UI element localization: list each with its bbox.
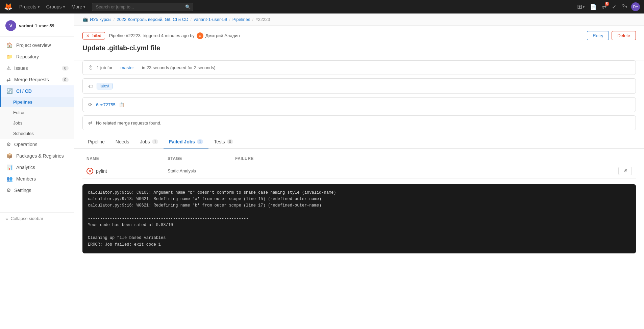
sidebar-item-merge-requests[interactable]: ⇄ Merge Requests 0 bbox=[0, 74, 74, 85]
breadcrumb: 📺 ИУ5 курсы / 2022 Контроль версий. Git.… bbox=[74, 13, 644, 26]
tests-tab-count: 0 bbox=[227, 139, 233, 144]
top-navigation: 🦊 Projects ▾ Groups ▾ More ▾ 🔍 ⊞ ▾ 📄 ⇄ 5… bbox=[0, 0, 644, 13]
pipeline-status-badge: ✕ failed bbox=[82, 32, 105, 39]
projects-menu-button[interactable]: Projects ▾ bbox=[17, 3, 42, 11]
user-avatar-small: D bbox=[197, 32, 203, 39]
gitlab-logo: 🦊 bbox=[4, 3, 13, 11]
sidebar-item-packages[interactable]: 📦 Packages & Registries bbox=[0, 150, 74, 162]
sidebar-item-editor[interactable]: Editor bbox=[0, 107, 74, 118]
job-failed-icon: ✕ bbox=[86, 168, 93, 174]
issues-count-badge: 0 bbox=[62, 66, 69, 71]
tab-jobs[interactable]: Jobs 1 bbox=[134, 136, 164, 148]
copy-icon[interactable]: 📋 bbox=[119, 102, 124, 107]
tag-icon: 🏷 bbox=[88, 83, 93, 89]
failed-jobs-section: Name Stage Failure ✕ pylint Static Analy… bbox=[74, 149, 644, 184]
branch-link[interactable]: master bbox=[121, 65, 134, 70]
tab-tests[interactable]: Tests 0 bbox=[208, 136, 239, 148]
ci-cd-icon: 🔄 bbox=[6, 88, 13, 94]
job-name-cell: ✕ pylint bbox=[86, 168, 168, 174]
clock-icon: ⏱ bbox=[88, 65, 93, 71]
sidebar-item-issues[interactable]: ⚠ Issues 0 bbox=[0, 62, 74, 74]
delete-button[interactable]: Delete bbox=[612, 31, 636, 40]
merge-request-badge: 5 bbox=[605, 2, 610, 6]
section-divider bbox=[82, 259, 636, 259]
retry-button[interactable]: Retry bbox=[587, 31, 609, 40]
pipeline-header: ✕ failed Pipeline #22223 triggered 4 min… bbox=[74, 26, 644, 60]
job-info-card: ⏱ 1 job for master in 23 seconds (queued… bbox=[82, 60, 636, 75]
merge-request-icon: ⇄ bbox=[6, 77, 11, 83]
pipeline-actions: Retry Delete bbox=[587, 31, 636, 40]
user-avatar-button[interactable]: D ▾ bbox=[631, 2, 640, 11]
search-icon: 🔍 bbox=[185, 4, 191, 9]
collapse-icon: « bbox=[5, 216, 8, 221]
help-button[interactable]: ? ▾ bbox=[620, 2, 628, 11]
job-retry-button[interactable]: ↺ bbox=[618, 167, 632, 175]
job-name: pylint bbox=[96, 168, 107, 174]
main-content: 📺 ИУ5 курсы / 2022 Контроль версий. Git.… bbox=[74, 13, 644, 329]
failed-x-icon: ✕ bbox=[86, 33, 90, 38]
merge-icon: ⇄ bbox=[88, 120, 93, 126]
sidebar-item-pipelines[interactable]: Pipelines bbox=[0, 97, 74, 107]
sidebar-item-repository[interactable]: 📁 Repository bbox=[0, 51, 74, 62]
packages-icon: 📦 bbox=[6, 153, 13, 159]
tab-pipeline[interactable]: Pipeline bbox=[82, 136, 110, 148]
info-cards-section: ⏱ 1 job for master in 23 seconds (queued… bbox=[74, 60, 644, 130]
more-chevron-icon: ▾ bbox=[83, 5, 85, 9]
commit-icon: ⟳ bbox=[88, 102, 93, 108]
commit-card: ⟳ 6ee72755 📋 bbox=[82, 97, 636, 112]
sidebar-username: variant-1-user-59 bbox=[19, 23, 54, 28]
search-wrapper: 🔍 bbox=[92, 3, 193, 11]
breadcrumb-sep-1: / bbox=[114, 17, 115, 22]
sidebar-item-operations[interactable]: ⚙ Operations bbox=[0, 139, 74, 150]
pipeline-status-row: ✕ failed Pipeline #22223 triggered 4 min… bbox=[82, 31, 636, 40]
main-layout: V variant-1-user-59 🏠 Project overview 📁… bbox=[0, 13, 644, 329]
sidebar: V variant-1-user-59 🏠 Project overview 📁… bbox=[0, 13, 74, 329]
groups-menu-button[interactable]: Groups ▾ bbox=[44, 3, 68, 11]
sidebar-item-members[interactable]: 👥 Members bbox=[0, 173, 74, 185]
more-menu-button[interactable]: More ▾ bbox=[69, 3, 88, 11]
collapse-sidebar-button[interactable]: « Collapse sidebar bbox=[0, 212, 74, 224]
tab-needs[interactable]: Needs bbox=[110, 136, 134, 148]
pipeline-title: Update .gitlab-ci.yml file bbox=[82, 44, 636, 52]
pipeline-triggered-info: Pipeline #22223 triggered 4 minutes ago … bbox=[109, 32, 240, 39]
mr-count-badge: 0 bbox=[62, 77, 69, 82]
breadcrumb-sep-4: / bbox=[252, 17, 254, 22]
members-icon: 👥 bbox=[6, 176, 13, 182]
log-output: calculator.py:9:16: C0103: Argument name… bbox=[82, 184, 636, 253]
todo-button[interactable]: ✓ bbox=[611, 2, 618, 11]
sidebar-item-schedules[interactable]: Schedules bbox=[0, 128, 74, 139]
breadcrumb-sep-2: / bbox=[191, 17, 192, 22]
analytics-icon: 📊 bbox=[6, 164, 13, 170]
settings-icon: ⚙ bbox=[6, 187, 11, 193]
failed-jobs-tab-count: 1 bbox=[197, 139, 203, 144]
snippet-button[interactable]: 📄 bbox=[589, 2, 598, 11]
search-input[interactable] bbox=[92, 3, 193, 11]
sidebar-item-project-overview[interactable]: 🏠 Project overview bbox=[0, 39, 74, 51]
new-item-button[interactable]: ⊞ ▾ bbox=[576, 2, 586, 12]
breadcrumb-current: #22223 bbox=[255, 17, 270, 22]
breadcrumb-pipelines[interactable]: Pipelines bbox=[232, 17, 250, 22]
table-row: ✕ pylint Static Analysis ↺ bbox=[82, 163, 636, 179]
commit-hash-link[interactable]: 6ee72755 bbox=[96, 102, 116, 107]
breadcrumb-variant[interactable]: variant-1-user-59 bbox=[194, 17, 227, 22]
breadcrumb-course[interactable]: 2022 Контроль версий. Git. CI и CD bbox=[117, 17, 188, 22]
operations-icon: ⚙ bbox=[6, 141, 11, 147]
projects-chevron-icon: ▾ bbox=[38, 5, 40, 9]
groups-chevron-icon: ▾ bbox=[63, 5, 65, 9]
tab-failed-jobs[interactable]: Failed Jobs 1 bbox=[164, 136, 208, 148]
merge-request-card: ⇄ No related merge requests found. bbox=[82, 115, 636, 130]
sidebar-item-jobs[interactable]: Jobs bbox=[0, 118, 74, 128]
jobs-tab-count: 1 bbox=[152, 139, 158, 144]
tag-card: 🏷 latest bbox=[82, 78, 636, 94]
ci-cd-submenu: Pipelines Editor Jobs Schedules bbox=[0, 97, 74, 139]
sidebar-item-analytics[interactable]: 📊 Analytics bbox=[0, 162, 74, 173]
sidebar-user-section: V variant-1-user-59 bbox=[0, 18, 74, 37]
home-icon: 🏠 bbox=[6, 42, 13, 48]
breadcrumb-sep-3: / bbox=[229, 17, 230, 22]
breadcrumb-iu5[interactable]: ИУ5 курсы bbox=[90, 17, 112, 22]
sidebar-item-settings[interactable]: ⚙ Settings bbox=[0, 185, 74, 196]
merge-request-icon-button[interactable]: ⇄ 5 bbox=[601, 2, 608, 11]
sidebar-item-ci-cd[interactable]: 🔄 CI / CD bbox=[0, 85, 74, 97]
folder-icon: 📁 bbox=[6, 54, 13, 60]
issues-icon: ⚠ bbox=[6, 65, 11, 71]
